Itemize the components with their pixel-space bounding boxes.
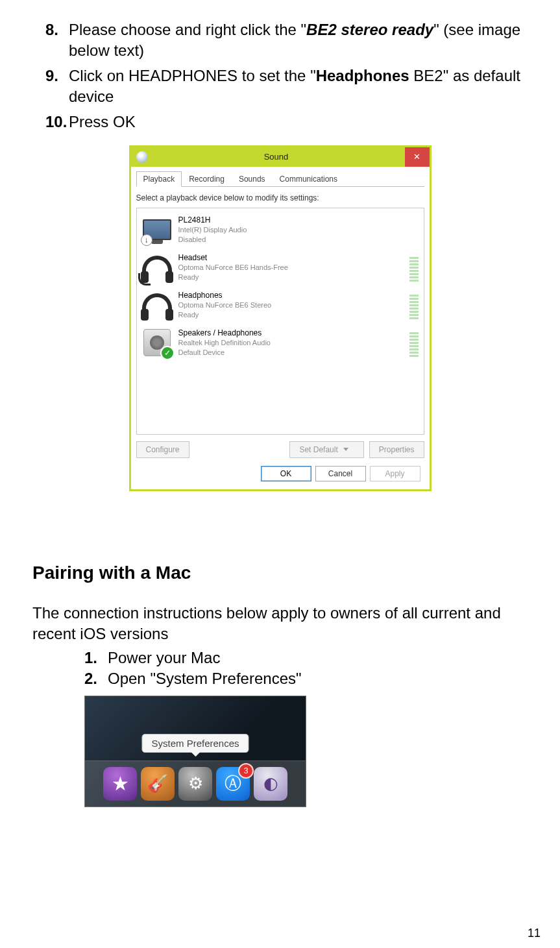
properties-button[interactable]: Properties [369, 441, 424, 458]
tab-communications[interactable]: Communications [273, 171, 345, 187]
system-preferences-icon[interactable]: ⚙ [178, 767, 212, 801]
tab-sounds[interactable]: Sounds [232, 171, 273, 187]
tab-strip: Playback Recording Sounds Communications [136, 171, 424, 187]
dock-tooltip: System Preferences [141, 734, 249, 753]
dock-app-icon[interactable]: ◐ [254, 767, 287, 801]
headset-icon [142, 252, 172, 282]
device-list[interactable]: ↓ PL2481H Intel(R) Display Audio Disable… [136, 208, 424, 435]
step-10: 10. Press OK [45, 112, 528, 132]
sound-sysicon [136, 151, 148, 163]
level-meter-icon [409, 328, 419, 357]
close-icon: ✕ [413, 152, 420, 162]
mac-paragraph: The connection instructions below apply … [32, 603, 528, 645]
step-8: 8. Please choose and right click the "BE… [45, 19, 528, 62]
chevron-down-icon [343, 448, 348, 451]
imovie-icon[interactable]: ★ [103, 767, 137, 801]
mac-dock-screenshot: System Preferences ★ 🎸 ⚙ Ⓐ3 ◐ [84, 696, 306, 807]
device-row[interactable]: Headset Optoma NuForce BE6 Hands-Free Re… [140, 249, 421, 286]
cancel-button[interactable]: Cancel [315, 466, 366, 481]
instruction-text: Select a playback device below to modify… [136, 193, 424, 202]
monitor-icon: ↓ [142, 215, 172, 245]
mac-heading: Pairing with a Mac [32, 563, 528, 583]
check-badge-icon: ✓ [160, 346, 175, 360]
notification-badge: 3 [238, 763, 254, 779]
device-row[interactable]: ✓ Speakers / Headphones Realtek High Def… [140, 324, 421, 361]
apply-button[interactable]: Apply [370, 466, 420, 481]
step-9: 9. Click on HEADPHONES to set the "Headp… [45, 66, 528, 108]
app-store-icon[interactable]: Ⓐ3 [216, 767, 250, 801]
dock-bar: ★ 🎸 ⚙ Ⓐ3 ◐ [85, 760, 306, 807]
disabled-badge-icon: ↓ [141, 234, 152, 246]
configure-button[interactable]: Configure [136, 441, 189, 458]
level-meter-icon [409, 291, 419, 319]
window-title: Sound [148, 152, 405, 162]
device-row[interactable]: ↓ PL2481H Intel(R) Display Audio Disable… [140, 211, 421, 249]
tab-playback[interactable]: Playback [136, 171, 182, 187]
ok-button[interactable]: OK [261, 466, 311, 481]
speaker-icon: ✓ [142, 328, 172, 358]
garageband-icon[interactable]: 🎸 [141, 767, 175, 801]
mac-step-2: 2.Open "System Preferences" [84, 670, 528, 688]
instructions-list: 8. Please choose and right click the "BE… [32, 19, 528, 132]
tab-recording[interactable]: Recording [182, 171, 232, 187]
titlebar: Sound ✕ [131, 147, 430, 167]
mac-step-1: 1.Power your Mac [84, 649, 528, 667]
close-button[interactable]: ✕ [405, 147, 430, 167]
mac-steps-list: 1.Power your Mac 2.Open "System Preferen… [32, 649, 528, 688]
level-meter-icon [409, 253, 419, 282]
sound-dialog: Sound ✕ Playback Recording Sounds Commun… [129, 145, 432, 491]
set-default-button[interactable]: Set Default [289, 441, 363, 458]
device-row[interactable]: Headphones Optoma NuForce BE6 Stereo Rea… [140, 286, 421, 324]
headphones-icon [142, 290, 172, 320]
